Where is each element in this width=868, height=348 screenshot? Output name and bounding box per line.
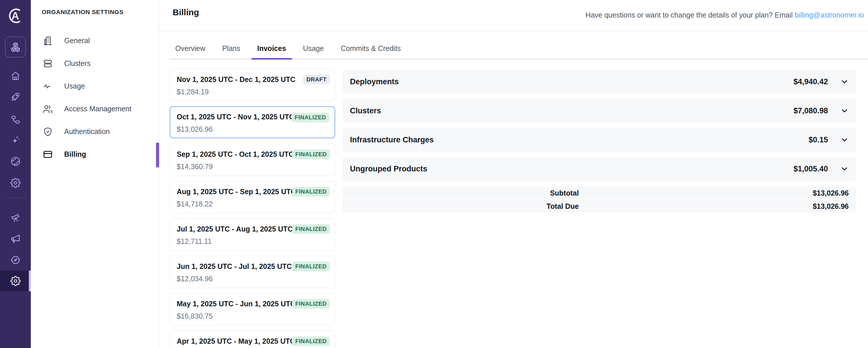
shield-check-icon-wrap <box>42 127 53 137</box>
clusters-icon-wrap <box>42 58 53 69</box>
building-icon-wrap <box>42 36 53 46</box>
tab-invoices[interactable]: Invoices <box>251 38 292 59</box>
billing-email-link[interactable]: billing@astronomer.io <box>795 11 864 19</box>
charge-group-ungrouped-products[interactable]: Ungrouped Products$1,005.40 <box>342 157 856 181</box>
sparkles-icon <box>10 135 21 145</box>
expand-chevron[interactable] <box>840 135 849 144</box>
sidebar-globe-icon[interactable] <box>0 156 31 167</box>
charge-group-deployments[interactable]: Deployments$4,940.42 <box>342 70 856 94</box>
invoice-status-badge: FINALIZED <box>292 262 330 271</box>
expand-chevron[interactable] <box>840 106 849 115</box>
sidebar-home-icon[interactable] <box>0 70 31 82</box>
rocket-icon <box>10 91 21 102</box>
home-icon <box>10 71 21 81</box>
tab-overview[interactable]: Overview <box>169 38 211 59</box>
nav-item-label: Clusters <box>64 59 91 68</box>
expand-chevron[interactable] <box>840 77 849 86</box>
clusters-icon <box>42 58 53 69</box>
settings-gear-icon <box>10 276 21 286</box>
sidebar-item-general[interactable]: General <box>31 29 158 52</box>
app-sidebar: A <box>0 0 31 348</box>
org-settings-nav: ORGANIZATION SETTINGS GeneralClustersUsa… <box>31 0 159 348</box>
summary-amount: $13,026.96 <box>579 202 856 211</box>
charge-group-label: Ungrouped Products <box>350 164 427 173</box>
invoice-card[interactable]: Jun 1, 2025 UTC - Jul 1, 2025 UTC$12,034… <box>169 256 335 288</box>
sidebar-telescope-icon[interactable] <box>0 212 31 223</box>
svg-text:A: A <box>11 10 19 22</box>
megaphone-icon <box>10 233 21 244</box>
compass-icon <box>10 255 21 265</box>
invoice-card[interactable]: Sep 1, 2025 UTC - Oct 1, 2025 UTC$14,360… <box>169 144 335 176</box>
invoice-amount: $16,830.75 <box>177 312 328 320</box>
sidebar-workflow-icon[interactable] <box>0 114 31 125</box>
gear-icon <box>10 178 21 188</box>
users-icon-wrap <box>42 104 53 114</box>
invoice-amount: $12,711.11 <box>177 237 328 246</box>
charge-group-amount: $1,005.40 <box>794 164 828 173</box>
invoice-status-badge: DRAFT <box>303 75 330 84</box>
invoice-status-badge: FINALIZED <box>292 299 330 309</box>
summary-label: Total Due <box>342 202 579 211</box>
sidebar-settings-active-item[interactable] <box>0 271 31 291</box>
sidebar-compass-icon[interactable] <box>0 255 31 265</box>
invoice-card[interactable]: May 1, 2025 UTC - Jun 1, 2025 UTC$16,830… <box>169 293 335 325</box>
sidebar-sparkles-icon[interactable] <box>0 134 31 145</box>
charge-group-label: Deployments <box>350 77 399 86</box>
summary-row-subtotal: Subtotal$13,026.96 <box>342 187 856 199</box>
chevron-down-icon <box>840 135 849 144</box>
tab-usage[interactable]: Usage <box>297 38 330 59</box>
charge-group-infrastructure-charges[interactable]: Infrastructure Charges$0.15 <box>342 128 856 152</box>
sidebar-item-access-management[interactable]: Access Management <box>31 97 158 120</box>
invoice-list: Nov 1, 2025 UTC - Dec 1, 2025 UTC$1,284.… <box>169 69 335 348</box>
nav-item-label: Access Management <box>64 105 131 113</box>
sidebar-item-usage[interactable]: Usage <box>31 75 158 97</box>
nav-item-label: Usage <box>64 82 85 90</box>
invoice-card[interactable]: Jul 1, 2025 UTC - Aug 1, 2025 UTC$12,711… <box>169 218 335 251</box>
invoice-amount: $14,718.22 <box>177 200 328 208</box>
invoice-status-badge: FINALIZED <box>291 113 329 122</box>
invoice-card[interactable]: Apr 1, 2025 UTC - May 1, 2025 UTCFINALIZ… <box>169 330 335 348</box>
summary-row-total-due: Total Due$13,026.96 <box>342 200 856 213</box>
building-icon <box>42 36 53 46</box>
chevron-down-icon <box>840 164 849 173</box>
billing-helper: Have questions or want to change the det… <box>585 11 864 19</box>
charge-group-label: Infrastructure Charges <box>350 135 434 145</box>
nav-section-title: ORGANIZATION SETTINGS <box>42 9 123 15</box>
invoice-amount: $14,360.79 <box>177 162 328 171</box>
sidebar-item-clusters[interactable]: Clusters <box>31 52 158 75</box>
org-switcher-button[interactable] <box>5 36 26 58</box>
invoice-amount: $13,026.96 <box>177 125 328 133</box>
invoice-status-badge: FINALIZED <box>292 187 330 196</box>
sidebar-rocket-icon[interactable] <box>0 91 31 102</box>
credit-card-icon-wrap <box>42 149 53 160</box>
invoice-card[interactable]: Nov 1, 2025 UTC - Dec 1, 2025 UTC$1,284.… <box>169 69 335 101</box>
shield-check-icon <box>42 127 53 137</box>
tab-plans[interactable]: Plans <box>216 38 246 59</box>
sidebar-active-indicator <box>29 271 31 291</box>
page-title: Billing <box>173 7 199 17</box>
astronomer-logo[interactable]: A <box>0 7 31 25</box>
helper-text: Have questions or want to change the det… <box>585 11 793 19</box>
invoice-status-badge: FINALIZED <box>292 224 330 234</box>
nav-item-label: General <box>64 36 90 45</box>
invoice-summary: Subtotal$13,026.96Total Due$13,026.96 <box>342 187 856 213</box>
charge-group-clusters[interactable]: Clusters$7,080.98 <box>342 99 856 123</box>
nav-item-label: Authentication <box>64 127 110 136</box>
expand-chevron[interactable] <box>840 164 849 173</box>
sidebar-item-billing[interactable]: Billing <box>31 143 158 166</box>
invoice-card[interactable]: Aug 1, 2025 UTC - Sep 1, 2025 UTC$14,718… <box>169 181 335 213</box>
chevron-down-icon <box>840 77 849 86</box>
billing-tabs: OverviewPlansInvoicesUsageCommits & Cred… <box>169 38 868 60</box>
chevron-down-icon <box>840 106 849 115</box>
tab-commits-credits[interactable]: Commits & Credits <box>335 38 406 59</box>
invoice-card[interactable]: Oct 1, 2025 UTC - Nov 1, 2025 UTC$13,026… <box>169 106 335 138</box>
sidebar-megaphone-icon[interactable] <box>0 233 31 244</box>
cubes-icon <box>10 41 21 53</box>
charge-group-amount: $4,940.42 <box>794 77 828 86</box>
invoice-status-badge: FINALIZED <box>292 337 330 346</box>
sidebar-item-authentication[interactable]: Authentication <box>31 120 158 143</box>
sidebar-gear-icon[interactable] <box>0 178 31 188</box>
telescope-icon <box>10 212 21 223</box>
invoice-amount: $12,034.96 <box>177 275 328 283</box>
charge-group-amount: $0.15 <box>808 135 828 145</box>
